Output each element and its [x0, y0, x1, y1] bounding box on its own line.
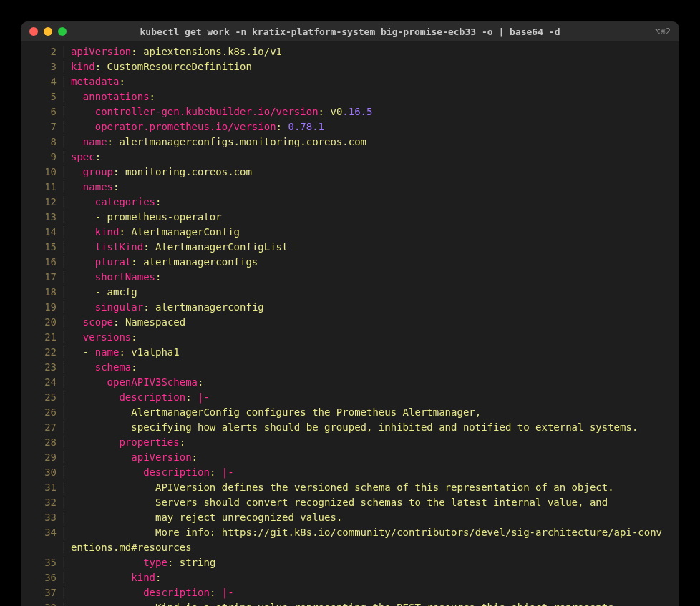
code-text: More info: https://git.k8s.io/community/… — [71, 525, 679, 540]
gutter-separator: │ — [61, 210, 71, 225]
line-number: 16 — [21, 255, 61, 270]
gutter-separator: │ — [61, 570, 71, 585]
code-text: Kind is a string value representing the … — [71, 600, 679, 606]
code-line-wrap: │entions.md#resources — [21, 540, 679, 555]
line-number: 6 — [21, 104, 61, 119]
line-number: 23 — [21, 360, 61, 375]
code-line: 28│ properties: — [21, 435, 679, 450]
code-text: APIVersion defines the versioned schema … — [71, 480, 679, 495]
code-line: 34│ More info: https://git.k8s.io/commun… — [21, 525, 679, 540]
gutter-separator: │ — [61, 600, 71, 606]
code-text: may reject unrecognized values. — [71, 510, 679, 525]
line-number: 35 — [21, 555, 61, 570]
code-line: 35│ type: string — [21, 555, 679, 570]
code-text: schema: — [71, 360, 679, 375]
line-number: 30 — [21, 465, 61, 480]
code-line: 38│ Kind is a string value representing … — [21, 600, 679, 606]
code-text: kind: CustomResourceDefinition — [71, 59, 679, 74]
code-text: description: |- — [71, 585, 679, 600]
code-text: AlertmanagerConfig configures the Promet… — [71, 405, 679, 420]
code-line: 4│metadata: — [21, 74, 679, 89]
line-number: 11 — [21, 180, 61, 195]
code-text: plural: alertmanagerconfigs — [71, 255, 679, 270]
code-line: 2│apiVersion: apiextensions.k8s.io/v1 — [21, 44, 679, 59]
code-line: 20│ scope: Namespaced — [21, 315, 679, 330]
traffic-lights — [29, 27, 67, 36]
line-number: 8 — [21, 135, 61, 150]
gutter-separator: │ — [61, 390, 71, 405]
gutter-separator: │ — [61, 225, 71, 240]
gutter-separator: │ — [61, 435, 71, 450]
line-number: 14 — [21, 225, 61, 240]
gutter-separator: │ — [61, 300, 71, 315]
line-number: 21 — [21, 330, 61, 345]
code-text: - amcfg — [71, 285, 679, 300]
terminal-content[interactable]: 2│apiVersion: apiextensions.k8s.io/v13│k… — [21, 41, 679, 606]
code-text: openAPIV3Schema: — [71, 375, 679, 390]
code-line: 14│ kind: AlertmanagerConfig — [21, 225, 679, 240]
code-line: 27│ specifying how alerts should be grou… — [21, 420, 679, 435]
gutter-separator: │ — [61, 104, 71, 119]
line-number: 32 — [21, 495, 61, 510]
minimize-icon[interactable] — [44, 27, 52, 36]
gutter-separator: │ — [61, 375, 71, 390]
line-number: 15 — [21, 240, 61, 255]
code-line: 15│ listKind: AlertmanagerConfigList — [21, 240, 679, 255]
gutter-separator: │ — [61, 345, 71, 360]
gutter-separator: │ — [61, 585, 71, 600]
line-number: 9 — [21, 150, 61, 165]
code-line: 10│ group: monitoring.coreos.com — [21, 165, 679, 180]
code-text: specifying how alerts should be grouped,… — [71, 420, 679, 435]
code-text: apiVersion: apiextensions.k8s.io/v1 — [71, 44, 679, 59]
close-icon[interactable] — [29, 27, 38, 36]
code-text: description: |- — [71, 465, 679, 480]
gutter-separator: │ — [61, 360, 71, 375]
code-line: 8│ name: alertmanagerconfigs.monitoring.… — [21, 135, 679, 150]
line-number: 24 — [21, 375, 61, 390]
line-number: 34 — [21, 525, 61, 540]
code-line: 12│ categories: — [21, 195, 679, 210]
code-line: 31│ APIVersion defines the versioned sch… — [21, 480, 679, 495]
code-text: Servers should convert recognized schema… — [71, 495, 679, 510]
gutter-separator: │ — [61, 510, 71, 525]
line-number: 26 — [21, 405, 61, 420]
line-number: 3 — [21, 59, 61, 74]
line-number: 5 — [21, 89, 61, 104]
code-line: 37│ description: |- — [21, 585, 679, 600]
line-number: 29 — [21, 450, 61, 465]
code-text: entions.md#resources — [71, 540, 679, 555]
code-line: 25│ description: |- — [21, 390, 679, 405]
line-number: 20 — [21, 315, 61, 330]
code-text: names: — [71, 180, 679, 195]
code-text: properties: — [71, 435, 679, 450]
code-line: 29│ apiVersion: — [21, 450, 679, 465]
gutter-separator: │ — [61, 150, 71, 165]
zoom-icon[interactable] — [58, 27, 67, 36]
code-text: name: alertmanagerconfigs.monitoring.cor… — [71, 135, 679, 150]
gutter-separator: │ — [61, 465, 71, 480]
code-line: 6│ controller-gen.kubebuilder.io/version… — [21, 104, 679, 119]
code-line: 24│ openAPIV3Schema: — [21, 375, 679, 390]
gutter-separator: │ — [61, 450, 71, 465]
line-number — [21, 540, 61, 555]
line-number: 7 — [21, 119, 61, 135]
line-number: 25 — [21, 390, 61, 405]
code-line: 5│ annotations: — [21, 89, 679, 104]
line-number: 33 — [21, 510, 61, 525]
code-text: type: string — [71, 555, 679, 570]
line-number: 37 — [21, 585, 61, 600]
code-text: - prometheus-operator — [71, 210, 679, 225]
line-number: 27 — [21, 420, 61, 435]
code-text: spec: — [71, 150, 679, 165]
titlebar: kubectl get work -n kratix-platform-syst… — [21, 21, 679, 41]
code-line: 13│ - prometheus-operator — [21, 210, 679, 225]
gutter-separator: │ — [61, 540, 71, 555]
gutter-separator: │ — [61, 495, 71, 510]
code-text: group: monitoring.coreos.com — [71, 165, 679, 180]
code-line: 11│ names: — [21, 180, 679, 195]
gutter-separator: │ — [61, 315, 71, 330]
code-line: 22│ - name: v1alpha1 — [21, 345, 679, 360]
line-number: 17 — [21, 270, 61, 285]
code-text: categories: — [71, 195, 679, 210]
gutter-separator: │ — [61, 420, 71, 435]
